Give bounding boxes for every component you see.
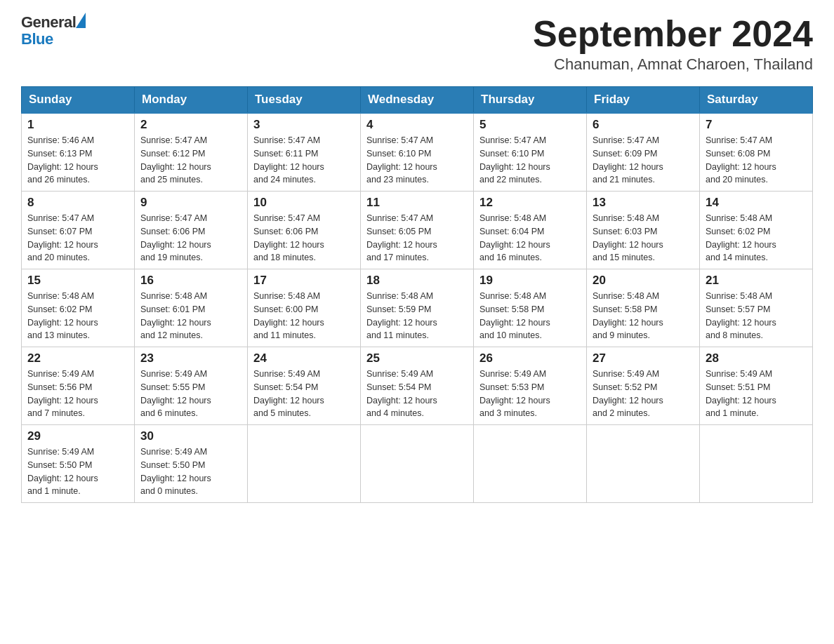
table-row: 7 Sunrise: 5:47 AMSunset: 6:08 PMDayligh… bbox=[700, 113, 813, 192]
logo-general: General bbox=[21, 14, 76, 31]
table-row: 23 Sunrise: 5:49 AMSunset: 5:55 PMDaylig… bbox=[135, 347, 248, 425]
day-number: 18 bbox=[366, 274, 468, 288]
day-number: 23 bbox=[140, 351, 241, 365]
day-number: 2 bbox=[140, 118, 241, 132]
day-number: 27 bbox=[593, 351, 694, 365]
table-row bbox=[587, 425, 700, 503]
table-row: 4 Sunrise: 5:47 AMSunset: 6:10 PMDayligh… bbox=[361, 113, 474, 192]
day-info: Sunrise: 5:48 AMSunset: 5:58 PMDaylight:… bbox=[479, 290, 581, 342]
header-friday: Friday bbox=[587, 87, 700, 114]
table-row: 6 Sunrise: 5:47 AMSunset: 6:09 PMDayligh… bbox=[587, 113, 700, 192]
logo-blue: Blue bbox=[21, 31, 53, 48]
day-number: 7 bbox=[706, 118, 807, 132]
day-number: 6 bbox=[593, 118, 694, 132]
day-number: 1 bbox=[27, 118, 128, 132]
table-row: 14 Sunrise: 5:48 AMSunset: 6:02 PMDaylig… bbox=[700, 192, 813, 269]
day-number: 25 bbox=[366, 351, 468, 365]
day-info: Sunrise: 5:49 AMSunset: 5:51 PMDaylight:… bbox=[706, 368, 807, 420]
day-number: 16 bbox=[140, 274, 241, 288]
day-info: Sunrise: 5:49 AMSunset: 5:55 PMDaylight:… bbox=[140, 368, 241, 420]
day-info: Sunrise: 5:47 AMSunset: 6:09 PMDaylight:… bbox=[593, 134, 694, 187]
day-number: 20 bbox=[593, 274, 694, 288]
day-number: 28 bbox=[706, 351, 807, 365]
day-info: Sunrise: 5:49 AMSunset: 5:54 PMDaylight:… bbox=[253, 368, 355, 420]
day-number: 22 bbox=[27, 351, 128, 365]
day-info: Sunrise: 5:48 AMSunset: 6:03 PMDaylight:… bbox=[593, 212, 694, 264]
day-info: Sunrise: 5:47 AMSunset: 6:10 PMDaylight:… bbox=[479, 134, 581, 187]
day-number: 30 bbox=[140, 429, 241, 443]
table-row: 30 Sunrise: 5:49 AMSunset: 5:50 PMDaylig… bbox=[135, 425, 248, 503]
table-row: 2 Sunrise: 5:47 AMSunset: 6:12 PMDayligh… bbox=[135, 113, 248, 192]
day-number: 8 bbox=[27, 196, 128, 210]
day-number: 19 bbox=[479, 274, 581, 288]
table-row bbox=[361, 425, 474, 503]
title-area: September 2024 Chanuman, Amnat Charoen, … bbox=[533, 14, 813, 74]
table-row: 21 Sunrise: 5:48 AMSunset: 5:57 PMDaylig… bbox=[700, 269, 813, 347]
logo-triangle-icon bbox=[76, 13, 86, 28]
day-info: Sunrise: 5:47 AMSunset: 6:07 PMDaylight:… bbox=[27, 212, 128, 264]
calendar-header-row: Sunday Monday Tuesday Wednesday Thursday… bbox=[22, 87, 813, 114]
day-info: Sunrise: 5:49 AMSunset: 5:50 PMDaylight:… bbox=[140, 445, 241, 498]
day-info: Sunrise: 5:49 AMSunset: 5:54 PMDaylight:… bbox=[366, 368, 468, 420]
table-row: 5 Sunrise: 5:47 AMSunset: 6:10 PMDayligh… bbox=[474, 113, 587, 192]
table-row: 19 Sunrise: 5:48 AMSunset: 5:58 PMDaylig… bbox=[474, 269, 587, 347]
day-info: Sunrise: 5:47 AMSunset: 6:10 PMDaylight:… bbox=[366, 134, 468, 187]
day-number: 26 bbox=[479, 351, 581, 365]
day-info: Sunrise: 5:48 AMSunset: 6:02 PMDaylight:… bbox=[27, 290, 128, 342]
page-header: General Blue September 2024 Chanuman, Am… bbox=[21, 14, 813, 74]
day-info: Sunrise: 5:47 AMSunset: 6:12 PMDaylight:… bbox=[140, 134, 241, 187]
day-number: 4 bbox=[366, 118, 468, 132]
calendar-table: Sunday Monday Tuesday Wednesday Thursday… bbox=[21, 86, 813, 503]
day-number: 3 bbox=[253, 118, 355, 132]
table-row: 20 Sunrise: 5:48 AMSunset: 5:58 PMDaylig… bbox=[587, 269, 700, 347]
day-info: Sunrise: 5:47 AMSunset: 6:08 PMDaylight:… bbox=[706, 134, 807, 187]
table-row: 15 Sunrise: 5:48 AMSunset: 6:02 PMDaylig… bbox=[22, 269, 135, 347]
table-row: 3 Sunrise: 5:47 AMSunset: 6:11 PMDayligh… bbox=[248, 113, 361, 192]
day-info: Sunrise: 5:47 AMSunset: 6:05 PMDaylight:… bbox=[366, 212, 468, 264]
day-info: Sunrise: 5:48 AMSunset: 5:58 PMDaylight:… bbox=[593, 290, 694, 342]
table-row: 17 Sunrise: 5:48 AMSunset: 6:00 PMDaylig… bbox=[248, 269, 361, 347]
calendar-week-4: 22 Sunrise: 5:49 AMSunset: 5:56 PMDaylig… bbox=[22, 347, 813, 425]
day-info: Sunrise: 5:48 AMSunset: 6:02 PMDaylight:… bbox=[706, 212, 807, 264]
calendar-week-2: 8 Sunrise: 5:47 AMSunset: 6:07 PMDayligh… bbox=[22, 192, 813, 269]
header-tuesday: Tuesday bbox=[248, 87, 361, 114]
table-row: 1 Sunrise: 5:46 AMSunset: 6:13 PMDayligh… bbox=[22, 113, 135, 192]
day-number: 29 bbox=[27, 429, 128, 443]
day-number: 9 bbox=[140, 196, 241, 210]
calendar-week-5: 29 Sunrise: 5:49 AMSunset: 5:50 PMDaylig… bbox=[22, 425, 813, 503]
day-info: Sunrise: 5:47 AMSunset: 6:06 PMDaylight:… bbox=[253, 212, 355, 264]
table-row: 18 Sunrise: 5:48 AMSunset: 5:59 PMDaylig… bbox=[361, 269, 474, 347]
table-row bbox=[474, 425, 587, 503]
table-row: 28 Sunrise: 5:49 AMSunset: 5:51 PMDaylig… bbox=[700, 347, 813, 425]
table-row: 26 Sunrise: 5:49 AMSunset: 5:53 PMDaylig… bbox=[474, 347, 587, 425]
day-info: Sunrise: 5:48 AMSunset: 5:59 PMDaylight:… bbox=[366, 290, 468, 342]
day-number: 17 bbox=[253, 274, 355, 288]
day-number: 13 bbox=[593, 196, 694, 210]
day-number: 11 bbox=[366, 196, 468, 210]
header-saturday: Saturday bbox=[700, 87, 813, 114]
table-row: 22 Sunrise: 5:49 AMSunset: 5:56 PMDaylig… bbox=[22, 347, 135, 425]
day-number: 10 bbox=[253, 196, 355, 210]
day-info: Sunrise: 5:49 AMSunset: 5:50 PMDaylight:… bbox=[27, 445, 128, 498]
day-info: Sunrise: 5:47 AMSunset: 6:11 PMDaylight:… bbox=[253, 134, 355, 187]
table-row: 12 Sunrise: 5:48 AMSunset: 6:04 PMDaylig… bbox=[474, 192, 587, 269]
day-info: Sunrise: 5:48 AMSunset: 6:01 PMDaylight:… bbox=[140, 290, 241, 342]
day-info: Sunrise: 5:49 AMSunset: 5:53 PMDaylight:… bbox=[479, 368, 581, 420]
table-row bbox=[248, 425, 361, 503]
day-info: Sunrise: 5:48 AMSunset: 5:57 PMDaylight:… bbox=[706, 290, 807, 342]
day-info: Sunrise: 5:49 AMSunset: 5:56 PMDaylight:… bbox=[27, 368, 128, 420]
day-info: Sunrise: 5:46 AMSunset: 6:13 PMDaylight:… bbox=[27, 134, 128, 187]
table-row: 24 Sunrise: 5:49 AMSunset: 5:54 PMDaylig… bbox=[248, 347, 361, 425]
table-row: 16 Sunrise: 5:48 AMSunset: 6:01 PMDaylig… bbox=[135, 269, 248, 347]
day-number: 12 bbox=[479, 196, 581, 210]
day-number: 5 bbox=[479, 118, 581, 132]
day-info: Sunrise: 5:49 AMSunset: 5:52 PMDaylight:… bbox=[593, 368, 694, 420]
day-info: Sunrise: 5:48 AMSunset: 6:04 PMDaylight:… bbox=[479, 212, 581, 264]
table-row: 10 Sunrise: 5:47 AMSunset: 6:06 PMDaylig… bbox=[248, 192, 361, 269]
day-info: Sunrise: 5:47 AMSunset: 6:06 PMDaylight:… bbox=[140, 212, 241, 264]
header-sunday: Sunday bbox=[22, 87, 135, 114]
table-row bbox=[700, 425, 813, 503]
table-row: 9 Sunrise: 5:47 AMSunset: 6:06 PMDayligh… bbox=[135, 192, 248, 269]
calendar-week-3: 15 Sunrise: 5:48 AMSunset: 6:02 PMDaylig… bbox=[22, 269, 813, 347]
table-row: 25 Sunrise: 5:49 AMSunset: 5:54 PMDaylig… bbox=[361, 347, 474, 425]
